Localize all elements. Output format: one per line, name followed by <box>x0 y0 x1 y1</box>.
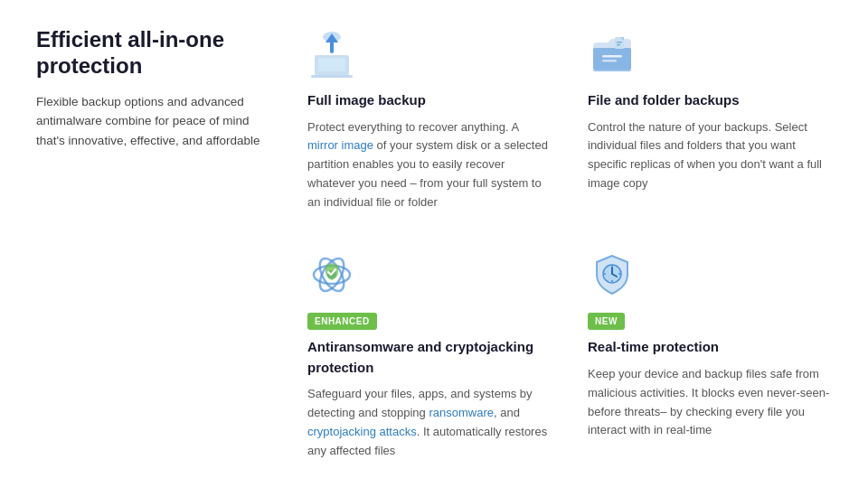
main-title: Efficient all-in-one protection <box>36 27 271 80</box>
ransomware-link[interactable]: ransomware <box>429 406 494 419</box>
file-folder-title: File and folder backups <box>588 90 832 111</box>
main-desc: Flexible backup options and advanced ant… <box>36 92 271 151</box>
cryptojacking-link[interactable]: cryptojacking attacks <box>307 425 417 438</box>
feature-realtime-protection: NEW Real-time protection Keep your devic… <box>588 248 832 469</box>
full-image-backup-desc: Protect everything to recover anything. … <box>307 118 552 212</box>
realtime-desc: Keep your device and backup files safe f… <box>588 365 832 440</box>
svg-point-5 <box>323 32 341 42</box>
svg-rect-11 <box>617 42 622 43</box>
svg-rect-2 <box>311 75 353 78</box>
full-image-backup-title: Full image backup <box>307 90 552 111</box>
feature-file-folder-backups: File and folder backups Control the natu… <box>588 27 832 221</box>
folder-icon-area <box>588 27 832 81</box>
antiransomware-icon <box>307 250 356 299</box>
file-folder-desc: Control the nature of your backups. Sele… <box>588 118 832 193</box>
svg-rect-8 <box>602 60 617 62</box>
antiransomware-title: Antiransomware and cryptojacking protect… <box>307 337 552 378</box>
backup-icon-area <box>307 27 552 81</box>
svg-point-23 <box>611 280 613 282</box>
svg-rect-12 <box>617 44 620 46</box>
left-column: Efficient all-in-one protection Flexible… <box>36 27 271 470</box>
enhanced-badge: ENHANCED <box>307 313 377 330</box>
new-badge: NEW <box>588 313 625 330</box>
svg-point-21 <box>611 266 613 267</box>
realtime-icon <box>588 250 637 299</box>
realtime-title: Real-time protection <box>588 337 832 358</box>
main-grid: Efficient all-in-one protection Flexible… <box>36 27 832 470</box>
antiransomware-desc: Safeguard your files, apps, and systems … <box>307 385 552 460</box>
mirror-image-link[interactable]: mirror image <box>307 138 373 152</box>
svg-rect-7 <box>602 55 622 58</box>
feature-antiransomware: ENHANCED Antiransomware and cryptojackin… <box>307 248 552 469</box>
svg-point-24 <box>604 273 606 275</box>
realtime-icon-area <box>588 248 832 302</box>
svg-rect-1 <box>318 58 345 71</box>
folder-icon <box>588 30 637 79</box>
feature-full-image-backup: Full image backup Protect everything to … <box>307 27 552 221</box>
backup-icon <box>307 30 356 79</box>
svg-point-22 <box>618 273 620 275</box>
antiransomware-icon-area <box>307 248 552 302</box>
